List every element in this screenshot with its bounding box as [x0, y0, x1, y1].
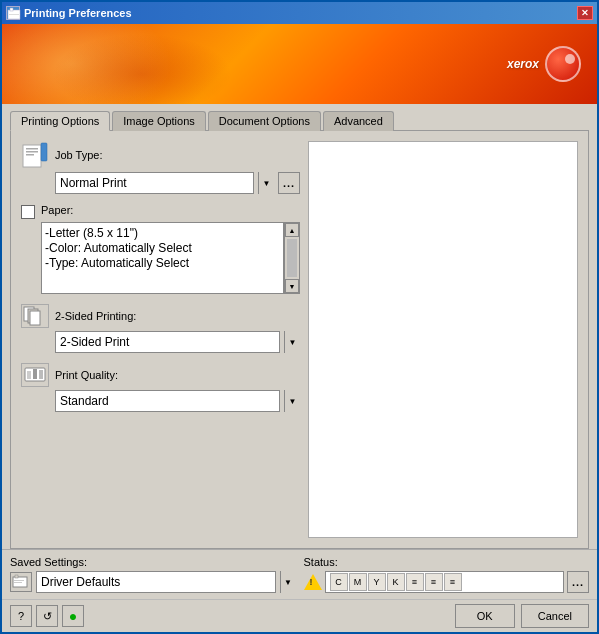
- saved-settings-arrow[interactable]: ▼: [280, 571, 296, 593]
- two-sided-header: 2-Sided Printing:: [21, 304, 300, 328]
- xerox-text: xerox: [507, 57, 539, 71]
- svg-rect-12: [27, 371, 31, 379]
- job-type-arrow[interactable]: ▼: [258, 172, 274, 194]
- job-type-section: Job Type: Normal Print ▼ ...: [21, 141, 300, 194]
- status-icon-y: Y: [368, 573, 386, 591]
- xerox-logo: xerox: [507, 46, 581, 82]
- two-sided-arrow[interactable]: ▼: [284, 331, 300, 353]
- svg-rect-1: [10, 8, 13, 11]
- job-type-dropdown[interactable]: Normal Print: [55, 172, 254, 194]
- status-icon-2: ≡: [425, 573, 443, 591]
- title-bar: Printing Preferences ✕: [2, 2, 597, 24]
- bottom-left-buttons: ? ↺ ●: [10, 605, 84, 627]
- tabs: Printing Options Image Options Document …: [10, 110, 589, 130]
- status-icon-3: ≡: [444, 573, 462, 591]
- title-bar-icon: [6, 6, 20, 20]
- print-quality-control: Standard ▼: [21, 390, 300, 412]
- close-button[interactable]: ✕: [577, 6, 593, 20]
- svg-rect-7: [41, 143, 47, 161]
- paper-scrollbar[interactable]: ▲ ▼: [284, 222, 300, 294]
- status-icon-c: C: [330, 573, 348, 591]
- status-left: Saved Settings: Driver Defaults ▼: [10, 556, 296, 593]
- scroll-up-button[interactable]: ▲: [285, 223, 299, 237]
- main-window: Printing Preferences ✕ xerox Printing Op…: [0, 0, 599, 634]
- saved-settings-row: Driver Defaults ▼: [10, 571, 296, 593]
- job-type-header: Job Type:: [21, 141, 300, 169]
- print-quality-section: Print Quality: Standard ▼: [21, 363, 300, 412]
- bottom-right-buttons: OK Cancel: [455, 604, 589, 628]
- paper-section: Paper: -Letter (8.5 x 11") -Color: Autom…: [21, 204, 300, 294]
- tab-image-options[interactable]: Image Options: [112, 111, 206, 131]
- status-icon-1: ≡: [406, 573, 424, 591]
- scroll-thumb: [287, 239, 297, 277]
- window-title: Printing Preferences: [24, 7, 577, 19]
- banner: xerox: [2, 24, 597, 104]
- xerox-ball-icon: [545, 46, 581, 82]
- two-sided-dropdown[interactable]: 2-Sided Print: [55, 331, 280, 353]
- svg-rect-5: [26, 151, 38, 153]
- tab-container: Printing Options Image Options Document …: [2, 104, 597, 130]
- saved-settings-label: Saved Settings:: [10, 556, 296, 568]
- status-icon-k: K: [387, 573, 405, 591]
- two-sided-control: 2-Sided Print ▼: [21, 331, 300, 353]
- job-type-dots-button[interactable]: ...: [278, 172, 300, 194]
- warning-icon: [304, 574, 322, 590]
- main-content: Job Type: Normal Print ▼ ... Paper:: [10, 130, 589, 549]
- two-sided-icon: [21, 304, 49, 328]
- svg-rect-17: [14, 580, 24, 581]
- status-right: Status: C M Y K ≡ ≡ ≡ ...: [304, 556, 590, 593]
- reset-button[interactable]: ↺: [36, 605, 58, 627]
- job-type-value: Normal Print: [60, 176, 127, 190]
- status-label: Status:: [304, 556, 590, 568]
- paper-scroll-container: -Letter (8.5 x 11") -Color: Automaticall…: [41, 222, 300, 294]
- svg-rect-13: [33, 369, 37, 379]
- print-quality-header: Print Quality:: [21, 363, 300, 387]
- two-sided-value: 2-Sided Print: [60, 335, 129, 349]
- job-type-icon: [21, 141, 49, 169]
- saved-settings-dropdown[interactable]: Driver Defaults: [36, 571, 276, 593]
- svg-rect-16: [15, 575, 18, 578]
- paper-label: Paper:: [41, 204, 73, 216]
- status-dots-button[interactable]: ...: [567, 571, 589, 593]
- preview-panel: [308, 141, 578, 538]
- paper-header: Paper:: [21, 204, 300, 219]
- svg-rect-18: [14, 582, 22, 583]
- print-quality-dropdown[interactable]: Standard: [55, 390, 280, 412]
- print-quality-value: Standard: [60, 394, 109, 408]
- job-type-label: Job Type:: [55, 149, 103, 161]
- paper-item-1: -Color: Automatically Select: [45, 241, 280, 255]
- saved-settings-icon: [10, 572, 32, 592]
- paper-control: -Letter (8.5 x 11") -Color: Automaticall…: [21, 222, 300, 294]
- tab-printing-options[interactable]: Printing Options: [10, 111, 110, 131]
- scroll-down-button[interactable]: ▼: [285, 279, 299, 293]
- print-quality-arrow[interactable]: ▼: [284, 390, 300, 412]
- left-panel: Job Type: Normal Print ▼ ... Paper:: [21, 141, 300, 538]
- job-type-control: Normal Print ▼ ...: [21, 172, 300, 194]
- paper-item-0: -Letter (8.5 x 11"): [45, 226, 280, 240]
- svg-rect-10: [30, 311, 40, 325]
- status-bar: Saved Settings: Driver Defaults ▼ Status…: [2, 549, 597, 599]
- svg-rect-2: [9, 14, 19, 15]
- status-field: C M Y K ≡ ≡ ≡: [325, 571, 565, 593]
- ok-button[interactable]: OK: [455, 604, 515, 628]
- paper-checkbox[interactable]: [21, 205, 35, 219]
- status-icon-m: M: [349, 573, 367, 591]
- paper-listbox[interactable]: -Letter (8.5 x 11") -Color: Automaticall…: [41, 222, 284, 294]
- saved-settings-value: Driver Defaults: [41, 575, 120, 589]
- cancel-button[interactable]: Cancel: [521, 604, 589, 628]
- tab-document-options[interactable]: Document Options: [208, 111, 321, 131]
- green-button[interactable]: ●: [62, 605, 84, 627]
- status-icons-row: C M Y K ≡ ≡ ≡: [330, 573, 462, 591]
- svg-rect-6: [26, 154, 34, 156]
- bottom-bar: ? ↺ ● OK Cancel: [2, 599, 597, 632]
- two-sided-label: 2-Sided Printing:: [55, 310, 136, 322]
- svg-rect-4: [26, 148, 38, 150]
- paper-item-2: -Type: Automatically Select: [45, 256, 280, 270]
- tab-advanced[interactable]: Advanced: [323, 111, 394, 131]
- help-button[interactable]: ?: [10, 605, 32, 627]
- two-sided-section: 2-Sided Printing: 2-Sided Print ▼: [21, 304, 300, 353]
- print-quality-label: Print Quality:: [55, 369, 118, 381]
- print-quality-icon: [21, 363, 49, 387]
- svg-rect-14: [39, 370, 43, 379]
